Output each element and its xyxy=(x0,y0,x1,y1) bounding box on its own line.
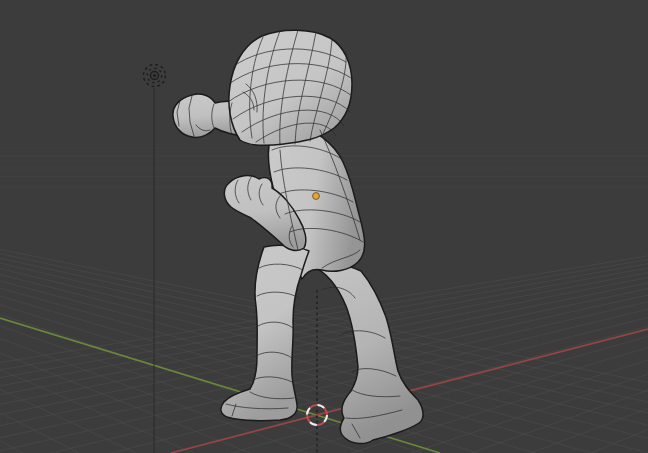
viewport-svg xyxy=(0,0,648,453)
point-light-gizmo[interactable] xyxy=(144,65,166,87)
object-origin-dot xyxy=(313,193,320,200)
light-center-dot-icon xyxy=(153,74,156,77)
viewport-canvas[interactable] xyxy=(0,0,648,453)
